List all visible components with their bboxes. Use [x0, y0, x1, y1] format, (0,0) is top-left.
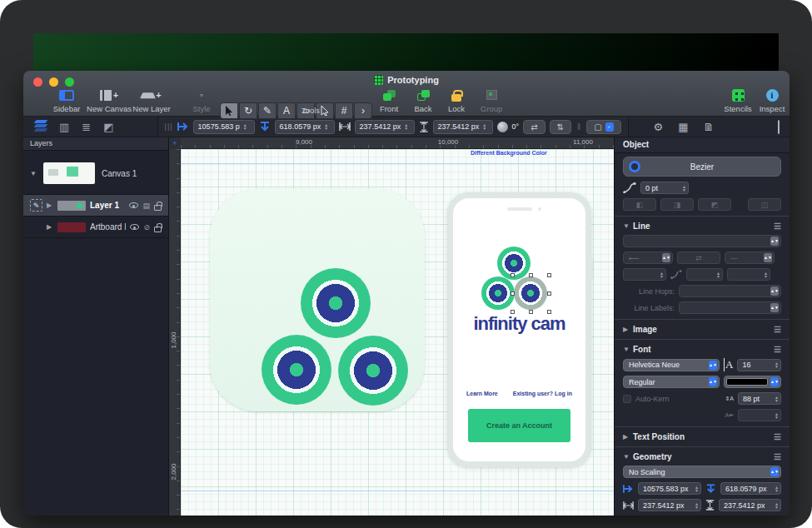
font-style-dropdown[interactable]: Regular▲▼	[623, 376, 720, 388]
logo-circle-left[interactable]	[262, 335, 331, 405]
layer-row-artboard[interactable]: ▶ Artboard Lay… ⊘	[23, 217, 168, 238]
lock-button[interactable]: Lock	[440, 87, 473, 113]
unlocked-icon[interactable]	[154, 227, 162, 232]
tab-outline[interactable]: ≣	[82, 122, 91, 132]
canvas-annotation-text[interactable]: Different Background Color	[471, 150, 547, 156]
stroke-style-dropdown: ▲▼	[623, 235, 781, 247]
inspect-button[interactable]: i Inspect	[755, 87, 790, 113]
canvas-viewport[interactable]: Different Background Color	[181, 149, 614, 516]
selection-handle[interactable]	[529, 273, 533, 277]
corner-radius-field[interactable]: 0 pt▲▼	[640, 182, 689, 194]
line-labels-dropdown: ▲▼	[679, 301, 781, 314]
section-menu-icon[interactable]: ☰	[774, 325, 781, 334]
front-button[interactable]: Front	[371, 87, 406, 113]
drag-handle[interactable]: |||	[165, 122, 173, 131]
stepper-icon[interactable]: ▲▼	[243, 123, 247, 130]
font-size-icon: A	[724, 358, 733, 371]
visibility-eye-icon[interactable]	[129, 202, 138, 208]
create-account-button[interactable]: Create an Account	[468, 409, 570, 442]
selection-handle[interactable]	[547, 273, 551, 277]
y-position-icon	[259, 122, 271, 132]
selection-handle[interactable]	[547, 291, 551, 296]
logo-circle-top[interactable]	[301, 268, 371, 338]
width-field[interactable]: 237.5412 px▲▼	[355, 120, 415, 134]
inspect-icon: i	[766, 89, 779, 102]
style-button[interactable]: ▾ Style	[183, 87, 220, 113]
lock-icon	[451, 94, 461, 102]
union-button[interactable]: ◧	[623, 198, 656, 211]
tab-canvas-inspector[interactable]: ▦	[678, 122, 688, 132]
x-position-field[interactable]: 10575.583 p▲▼	[193, 120, 255, 134]
unlocked-icon[interactable]	[154, 205, 162, 211]
font-family-dropdown[interactable]: Helvetica Neue▲▼	[623, 359, 720, 371]
stepper-icon[interactable]: ▲▼	[482, 123, 486, 130]
learn-more-link[interactable]: Learn More	[466, 391, 498, 396]
visibility-eye-icon[interactable]	[130, 224, 139, 230]
no-print-icon[interactable]: ⊘	[143, 223, 150, 232]
stencils-button[interactable]: Stencils	[716, 87, 760, 113]
layer-row-layer1[interactable]: ✎ ▶ Layer 1 ▤	[23, 195, 168, 217]
uncombine-button[interactable]: ◫	[748, 198, 781, 211]
selection-handle[interactable]	[511, 273, 515, 277]
section-menu-icon[interactable]: ☰	[774, 432, 781, 441]
section-menu-icon[interactable]: ☰	[774, 345, 781, 354]
font-color-well[interactable]: ▲▼	[724, 376, 781, 388]
geometry-section-header[interactable]: ▼ Geometry ☰	[623, 452, 781, 461]
mini-logo-circle-left[interactable]	[481, 276, 515, 310]
tab-layers[interactable]	[35, 119, 47, 134]
canvas-thumbnail	[43, 162, 95, 184]
height-field[interactable]: 237.5412 px▲▼	[433, 120, 493, 134]
text-position-section-header[interactable]: ▶ Text Position ☰	[623, 432, 781, 441]
group-button[interactable]: Group	[473, 87, 510, 113]
shape-toggle-button[interactable]: ▢✓	[586, 120, 620, 134]
back-button[interactable]: Back	[406, 87, 440, 113]
tab-canvases[interactable]: ▥	[59, 122, 69, 132]
font-section-header[interactable]: ▼ Font ☰	[623, 345, 781, 354]
auto-kern-checkbox[interactable]	[623, 395, 631, 403]
leading-field[interactable]: 88 pt▲▼	[738, 392, 781, 405]
section-menu-icon[interactable]: ☰	[774, 452, 781, 461]
geometry-x-field[interactable]: 10575.583 px▲▼	[638, 482, 701, 495]
app-name-text[interactable]: infinity cam	[453, 313, 585, 335]
phone-mockup[interactable]: infinity cam Learn More Existing user? L…	[447, 192, 591, 467]
subtract-button[interactable]: ◩	[698, 198, 731, 211]
scaling-dropdown[interactable]: No Scaling▲▼	[623, 466, 781, 478]
selection-tool-button[interactable]	[220, 102, 238, 119]
chevron-right-icon[interactable]: ▶	[47, 202, 53, 209]
chevron-down-icon[interactable]: ▼	[30, 170, 37, 177]
login-link[interactable]: Existing user? Log in	[513, 391, 572, 396]
tab-properties-inspector[interactable]: ⚙	[654, 122, 664, 132]
width-icon	[339, 122, 351, 132]
sidebar-panel-tabs: ▥ ≣ ◩	[23, 117, 158, 137]
tab-selection[interactable]: ◩	[103, 122, 113, 132]
section-menu-icon[interactable]: ☰	[774, 222, 781, 231]
geometry-height-field[interactable]: 237.5412 px▲▼	[719, 499, 781, 511]
stepper-icon[interactable]: ▲▼	[324, 123, 328, 130]
chevron-right-icon[interactable]: ▶	[47, 223, 53, 231]
y-position-field[interactable]: 618.0579 px▲▼	[275, 120, 335, 134]
new-layer-icon	[140, 92, 156, 98]
rotation-value[interactable]: 0°	[512, 122, 520, 131]
stepper-icon[interactable]: ▲▼	[404, 123, 408, 130]
geometry-width-field[interactable]: 237.5412 px▲▼	[638, 499, 701, 511]
shape-type-button[interactable]: Bezier	[623, 157, 781, 177]
selection-handle[interactable]	[511, 291, 515, 296]
font-size-field[interactable]: 16▲▼	[737, 359, 781, 371]
tab-document-inspector[interactable]: 🗎	[704, 122, 715, 132]
image-section-header[interactable]: ▶ Image ☰	[623, 325, 781, 334]
print-icon[interactable]: ▤	[142, 202, 150, 210]
logo-circle-right[interactable]	[338, 336, 408, 406]
guide-line	[181, 491, 614, 491]
intersect-button[interactable]: ◨	[660, 198, 694, 211]
flip-vertical-button[interactable]: ⇅	[550, 120, 571, 134]
app-icon-artboard[interactable]	[210, 189, 425, 411]
new-layer-button[interactable]: + New Layer	[125, 87, 178, 113]
line-section-header[interactable]: ▼ Line ☰	[623, 222, 781, 231]
stencil-browser-toggle[interactable]	[778, 122, 780, 132]
layer-thumbnail	[57, 201, 86, 211]
horizontal-ruler: 9,000 10,000 11,000	[181, 137, 614, 149]
canvas-list-item[interactable]: ▼ Canvas 1	[23, 151, 168, 195]
flip-horizontal-button[interactable]: ⇄	[523, 120, 545, 134]
phone-speaker	[507, 207, 532, 211]
geometry-y-field[interactable]: 618.0579 px▲▼	[720, 482, 781, 495]
